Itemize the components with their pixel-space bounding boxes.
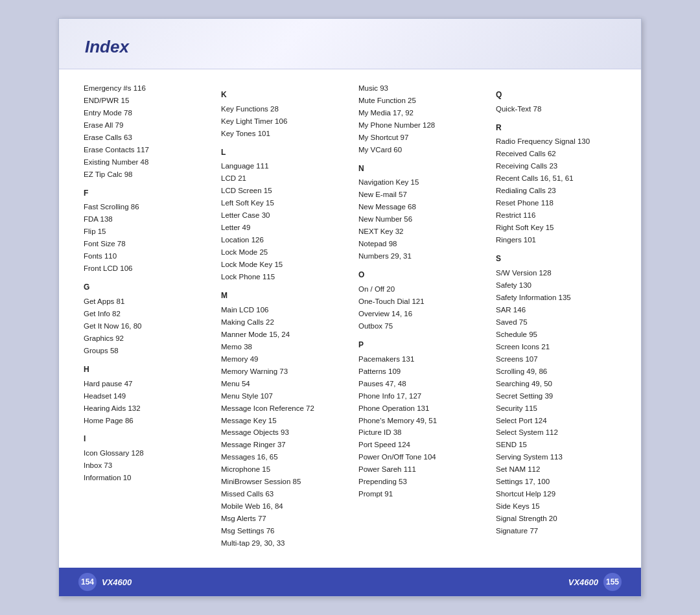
list-item: Schedule 95 [496, 329, 616, 341]
list-item: Prepending 53 [358, 476, 479, 488]
page-header: Index [59, 19, 641, 69]
list-item: Side Keys 15 [496, 500, 616, 513]
list-item: EZ Tip Calc 98 [84, 168, 204, 181]
left-page-number: 154 [78, 573, 97, 591]
section-letter-3-0: Q [496, 89, 616, 102]
list-item: Main LCD 106 [221, 304, 342, 316]
list-item: Hard pause 47 [84, 378, 204, 390]
list-item: Patterns 109 [358, 366, 479, 378]
list-item: Left Soft Key 15 [221, 197, 342, 209]
list-item: Received Calls 62 [496, 148, 616, 160]
section-letter-0-1: F [84, 187, 204, 200]
list-item: Message Ringer 37 [221, 439, 342, 451]
list-item: Power On/Off Tone 104 [358, 451, 479, 463]
section-letter-2-3: P [358, 339, 479, 352]
list-item: Font Size 78 [84, 238, 204, 250]
list-item: My Phone Number 128 [358, 119, 479, 132]
list-item: Scrolling 49, 86 [496, 366, 616, 378]
left-model-name: VX4600 [102, 577, 132, 587]
list-item: Lock Mode 25 [221, 246, 342, 259]
section-letter-2-1: N [358, 163, 479, 176]
list-item: Existing Number 48 [84, 156, 204, 168]
page-title: Index [85, 37, 129, 56]
column-0: Emergency #s 116END/PWR 15Entry Mode 78E… [78, 82, 209, 550]
list-item: Redialing Calls 23 [496, 185, 616, 197]
list-item: Numbers 29, 31 [358, 250, 479, 262]
list-item: Msg Alerts 77 [221, 513, 342, 525]
list-item: Phone Operation 131 [358, 402, 479, 415]
list-item: My VCard 60 [358, 144, 479, 156]
list-item: Power Sareh 111 [358, 463, 479, 476]
list-item: LCD 21 [221, 172, 342, 185]
list-item: Making Calls 22 [221, 316, 342, 329]
list-item: Message Key 15 [221, 415, 342, 427]
list-item: New Number 56 [358, 213, 479, 226]
list-item: Security 115 [496, 402, 616, 415]
list-item: Groups 58 [84, 345, 204, 357]
list-item: Memo 38 [221, 341, 342, 353]
list-item: Lock Mode Key 15 [221, 259, 342, 271]
list-item: Message Objects 93 [221, 426, 342, 439]
list-item: Set NAM 112 [496, 463, 616, 476]
list-item: Get Apps 81 [84, 296, 204, 308]
list-item: Letter 49 [221, 222, 342, 234]
list-item: Letter Case 30 [221, 209, 342, 222]
section-letter-3-1: R [496, 122, 616, 135]
section-letter-2-2: O [358, 269, 479, 282]
list-item: Searching 49, 50 [496, 378, 616, 390]
list-item: Fast Scrolling 86 [84, 201, 204, 213]
list-item: Erase Calls 63 [84, 132, 204, 144]
list-item: FDA 138 [84, 213, 204, 226]
list-item: Icon Glossary 128 [84, 447, 204, 459]
list-item: Receiving Calls 23 [496, 160, 616, 172]
list-item: Microphone 15 [221, 463, 342, 476]
right-page-number: 155 [603, 573, 622, 591]
list-item: Front LCD 106 [84, 262, 204, 275]
list-item: My Media 17, 92 [358, 107, 479, 119]
list-item: My Shortcut 97 [358, 132, 479, 144]
list-item: Home Page 86 [84, 415, 204, 427]
list-item: Emergency #s 116 [84, 82, 204, 95]
list-item: Flip 15 [84, 226, 204, 238]
list-item: Port Speed 124 [358, 439, 479, 451]
list-item: NEXT Key 32 [358, 226, 479, 238]
section-letter-0-2: G [84, 281, 204, 294]
list-item: Key Light Timer 106 [221, 115, 342, 128]
list-item: Erase All 79 [84, 119, 204, 132]
list-item: Lock Phone 115 [221, 271, 342, 283]
list-item: Mobile Web 16, 84 [221, 500, 342, 513]
page-container: Index Emergency #s 116END/PWR 15Entry Mo… [58, 18, 642, 597]
section-letter-0-4: I [84, 433, 204, 446]
section-letter-1-0: K [221, 89, 342, 102]
list-item: MiniBrowser Session 85 [221, 476, 342, 488]
list-item: Headset 149 [84, 390, 204, 402]
list-item: Radio Frequency Signal 130 [496, 135, 616, 148]
list-item: Signal Strength 20 [496, 513, 616, 525]
list-item: Msg Settings 76 [221, 525, 342, 537]
list-item: Entry Mode 78 [84, 107, 204, 119]
list-item: Phone Info 17, 127 [358, 390, 479, 402]
list-item: Reset Phone 118 [496, 197, 616, 209]
list-item: Notepad 98 [358, 238, 479, 250]
footer-left: 154 VX4600 [78, 573, 132, 591]
list-item: Prompt 91 [358, 488, 479, 500]
list-item: Outbox 75 [358, 320, 479, 332]
column-1: KKey Functions 28Key Light Timer 106Key … [216, 82, 347, 550]
list-item: Location 126 [221, 234, 342, 246]
list-item: Memory Warning 73 [221, 366, 342, 378]
list-item: Screens 107 [496, 353, 616, 366]
list-item: END/PWR 15 [84, 95, 204, 107]
list-item: Saved 75 [496, 316, 616, 329]
list-item: Key Functions 28 [221, 103, 342, 115]
list-item: Restrict 116 [496, 209, 616, 222]
list-item: Signature 77 [496, 525, 616, 537]
list-item: Hearing Aids 132 [84, 402, 204, 415]
list-item: Menu Style 107 [221, 390, 342, 402]
list-item: Messages 16, 65 [221, 451, 342, 463]
list-item: Phone's Memory 49, 51 [358, 415, 479, 427]
list-item: Select Port 124 [496, 415, 616, 427]
section-letter-3-2: S [496, 253, 616, 266]
list-item: Music 93 [358, 82, 479, 95]
list-item: Memory 49 [221, 353, 342, 366]
list-item: Missed Calls 63 [221, 488, 342, 500]
